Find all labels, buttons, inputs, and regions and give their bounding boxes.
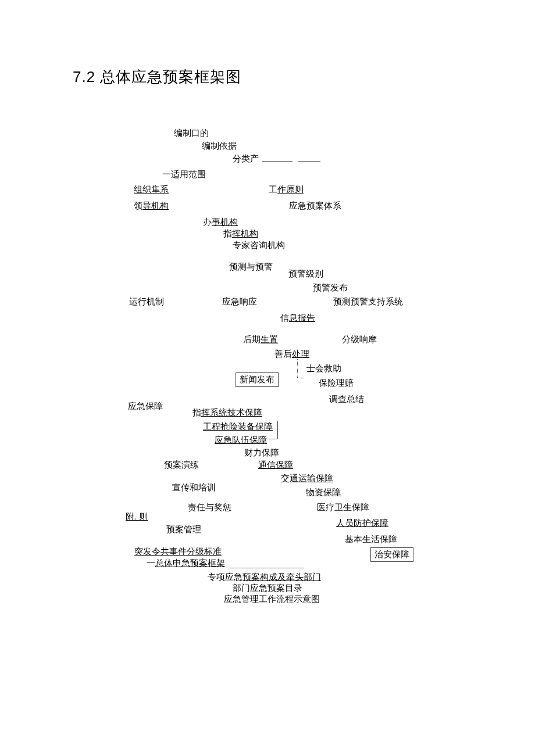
- label: 专家咨询机构: [233, 240, 285, 250]
- node-编制依据: 编制依据: [202, 141, 237, 152]
- label: 新闻发布: [240, 374, 274, 384]
- label-part: 信: [280, 313, 289, 323]
- label: 应急管理工作流程示意图: [224, 594, 320, 604]
- node-指挥机构: 指挥机构: [223, 228, 258, 239]
- node-预测与预警: 预测与预警: [229, 261, 273, 273]
- node-指挥系统技术保障: 指挥系统技术保障: [192, 407, 262, 418]
- connector-h1: [269, 439, 277, 439]
- label: 附. 则: [126, 511, 148, 521]
- node-宣传和培训: 宣传和培训: [172, 482, 216, 493]
- label-part: 后期: [243, 334, 261, 344]
- node-编制口的: 编制口的: [174, 128, 209, 139]
- label: 分级响摩: [342, 334, 377, 344]
- label: 突发令共事件分级标准: [134, 546, 222, 556]
- label: 应急保障: [128, 401, 163, 411]
- label: 预案管理: [166, 524, 201, 534]
- label: 保险理赔: [319, 378, 354, 388]
- label: 预测预警支持系统: [333, 296, 403, 306]
- node-预案演练: 预案演练: [164, 460, 199, 471]
- label: 通信保障: [258, 460, 293, 470]
- label-part-und: 生置: [261, 334, 278, 344]
- label-part-und: 总体申急预案框架: [155, 558, 225, 568]
- node-突发令共事件分级标准: 突发令共事件分级标准: [134, 546, 222, 557]
- label-part-und: 挥机构: [232, 228, 258, 238]
- label: 预警发布: [313, 282, 348, 292]
- label-part-und: 事机构: [212, 217, 238, 227]
- node-总体申急预案框架: 一总体申急预案框架: [147, 558, 225, 569]
- label-part: 指: [192, 407, 201, 417]
- node-财力保障: 财力保障: [244, 447, 279, 458]
- label-part: 一: [147, 558, 155, 568]
- node-应急预案体系: 应急预案体系: [289, 200, 341, 212]
- connector-dot-h1: [297, 378, 305, 378]
- node-预案管理: 预案管理: [166, 524, 201, 535]
- node-责任与奖惩: 责任与奖惩: [188, 502, 231, 513]
- label: 基本生活保障: [345, 534, 397, 544]
- label-part: 专项应急: [208, 572, 242, 582]
- node-运行机制: 运行机制: [129, 296, 164, 307]
- label: 财力保障: [244, 447, 279, 457]
- label-part-und: 息报告: [289, 313, 315, 323]
- node-应急保障: 应急保障: [128, 401, 163, 412]
- label: 工程抢险装备保障: [203, 421, 273, 431]
- label-part: 工: [269, 184, 277, 194]
- node-工作原则: 工作原则: [269, 184, 304, 195]
- label: 调查总结: [329, 394, 364, 404]
- label: 人员防护保障: [336, 518, 388, 528]
- label: 预案演练: [164, 460, 199, 470]
- node-士会救助: 士会救助: [306, 363, 341, 374]
- label-part: 善后: [274, 349, 292, 359]
- label: 应急响应: [222, 296, 257, 306]
- node-保险理赔: 保险理赔: [319, 378, 354, 389]
- label: 物资保障: [306, 487, 341, 497]
- label: 宣传和培训: [172, 482, 216, 492]
- node-人员防护保障: 人员防护保障: [336, 518, 388, 529]
- node-专家咨询机构: 专家咨询机构: [233, 240, 285, 251]
- label: 编制口的: [174, 128, 209, 138]
- label-part-und: 处理: [292, 349, 309, 359]
- label-part-und: 作原则: [277, 184, 304, 194]
- label: 应急预案体系: [289, 200, 341, 210]
- node-专项应急预案构成及牵头部门: 专项应急预案构成及牵头部门: [208, 572, 321, 583]
- connector-dot-v1: [297, 359, 298, 378]
- label-part: 办: [203, 217, 212, 227]
- node-新闻发布: 新闻发布: [236, 372, 279, 387]
- label: 组织隼系: [134, 184, 169, 194]
- node-办事机构: 办事机构: [203, 217, 238, 228]
- node-物资保障: 物资保障: [306, 487, 341, 498]
- node-交通运输保障: 交通运输保障: [281, 473, 333, 484]
- label: 部门应急预案目录: [233, 583, 302, 593]
- node-基本生活保障: 基本生活保障: [345, 534, 397, 545]
- node-领导机构: 领导机构: [134, 200, 169, 212]
- page-title: 7.2 总体应急预案框架图: [73, 67, 241, 87]
- node-医疗卫生保障: 医疗卫生保障: [317, 502, 369, 513]
- node-善后处理: 善后处理: [274, 349, 309, 360]
- label: 医疗卫生保障: [317, 502, 369, 512]
- label-part-und: 挥系统技术保障: [201, 407, 262, 417]
- node-部门应急预案目录: 部门应急预案目录: [233, 583, 302, 594]
- label: 运行机制: [129, 296, 164, 306]
- label-part: 指: [223, 228, 232, 238]
- node-应急队伍保障: 应急队伍保障: [215, 435, 267, 446]
- label: 责任与奖惩: [188, 502, 231, 512]
- node-预警发布: 预警发布: [313, 282, 348, 293]
- label: 分类产: [233, 153, 259, 163]
- label-part-und: 导机构: [142, 200, 169, 210]
- label: 士会救助: [306, 363, 341, 373]
- label: 一适用范围: [162, 169, 206, 179]
- connector-v1: [277, 421, 278, 439]
- node-分级响摩: 分级响摩: [342, 334, 377, 345]
- node-预警级别: 预警级别: [288, 268, 323, 280]
- node-后期生置: 后期生置: [243, 334, 278, 345]
- node-附则: 附. 则: [126, 511, 148, 522]
- label: 预警级别: [288, 268, 323, 278]
- label: 治安保障: [374, 549, 409, 559]
- label-part-und: 通运输保障: [290, 473, 333, 483]
- label: 编制依据: [202, 141, 237, 151]
- node-调查总结: 调查总结: [329, 394, 364, 405]
- label-part-und: 预案构成及牵头部门: [242, 572, 321, 582]
- node-通信保障: 通信保障: [258, 460, 293, 471]
- node-工程抢险装备保障: 工程抢险装备保障: [203, 421, 273, 432]
- node-应急响应: 应急响应: [222, 296, 257, 307]
- node-治安保障: 治安保障: [370, 547, 413, 562]
